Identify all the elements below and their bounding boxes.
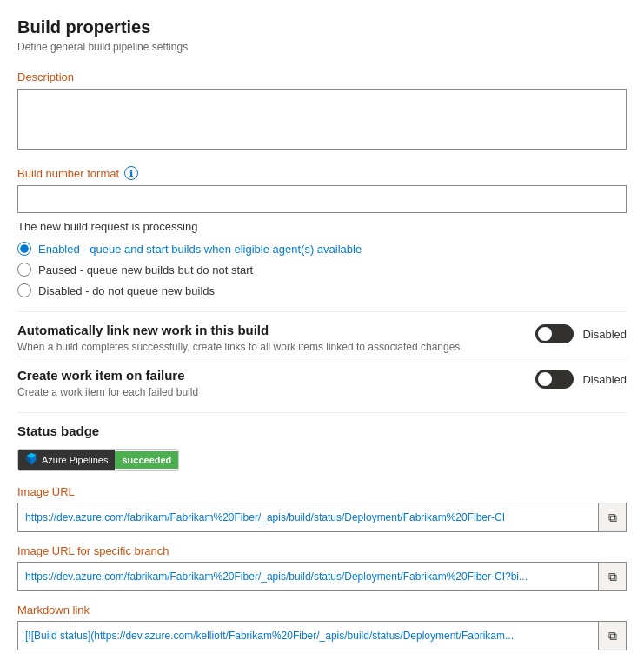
work-item-failure-toggle-area: Disabled bbox=[535, 368, 627, 389]
page-title: Build properties bbox=[17, 17, 627, 37]
badge-right-text: succeeded bbox=[115, 451, 178, 469]
work-item-failure-toggle[interactable] bbox=[535, 370, 574, 389]
badge-preview: Azure Pipelines succeeded bbox=[17, 449, 179, 471]
markdown-link-copy-button[interactable]: ⧉ bbox=[598, 622, 626, 650]
copy-icon-markdown: ⧉ bbox=[608, 629, 617, 643]
queue-options-group: Enabled - queue and start builds when el… bbox=[17, 242, 627, 297]
status-badge-title: Status badge bbox=[17, 423, 627, 438]
work-item-failure-title: Create work item on failure bbox=[17, 368, 518, 383]
radio-disabled-label: Disabled - do not queue new builds bbox=[38, 284, 215, 297]
build-number-format-label: Build number format ℹ bbox=[17, 166, 627, 180]
radio-enabled[interactable]: Enabled - queue and start builds when el… bbox=[17, 242, 627, 256]
image-url-branch-row: Image URL for specific branch ⧉ bbox=[17, 544, 627, 591]
image-url-branch-copy-button[interactable]: ⧉ bbox=[598, 563, 626, 590]
radio-paused[interactable]: Paused - queue new builds but do not sta… bbox=[17, 263, 627, 277]
description-label: Description bbox=[17, 70, 627, 83]
image-url-label: Image URL bbox=[17, 485, 627, 498]
image-url-input[interactable] bbox=[18, 503, 598, 531]
auto-link-toggle-label: Disabled bbox=[582, 328, 627, 341]
page-subtitle: Define general build pipeline settings bbox=[17, 41, 627, 53]
badge-left-text: Azure Pipelines bbox=[42, 455, 108, 465]
auto-link-toggle[interactable] bbox=[535, 324, 574, 343]
auto-link-content: Automatically link new work in this buil… bbox=[17, 323, 535, 353]
build-number-format-input[interactable] bbox=[17, 185, 627, 213]
markdown-link-row: Markdown link ⧉ bbox=[17, 603, 627, 650]
radio-paused-label: Paused - queue new builds but do not sta… bbox=[38, 263, 253, 277]
image-url-wrapper: ⧉ bbox=[17, 503, 627, 532]
copy-icon-branch: ⧉ bbox=[608, 570, 617, 584]
radio-enabled-label: Enabled - queue and start builds when el… bbox=[38, 243, 362, 256]
markdown-link-label: Markdown link bbox=[17, 603, 627, 617]
description-input[interactable] bbox=[17, 89, 627, 150]
badge-left: Azure Pipelines bbox=[18, 450, 115, 470]
auto-link-slider bbox=[535, 324, 574, 343]
work-item-failure-content: Create work item on failure Create a wor… bbox=[17, 368, 535, 398]
markdown-link-input[interactable] bbox=[18, 622, 598, 650]
radio-disabled[interactable]: Disabled - do not queue new builds bbox=[17, 283, 627, 297]
status-badge-section: Status badge Azure Pipelines succeeded I… bbox=[17, 412, 627, 650]
image-url-branch-wrapper: ⧉ bbox=[17, 562, 627, 591]
image-url-copy-button[interactable]: ⧉ bbox=[598, 503, 626, 531]
work-item-failure-toggle-label: Disabled bbox=[582, 373, 627, 386]
copy-icon: ⧉ bbox=[608, 510, 617, 525]
work-item-failure-slider bbox=[535, 370, 574, 389]
work-item-failure-description: Create a work item for each failed build bbox=[17, 386, 518, 398]
auto-link-toggle-area: Disabled bbox=[535, 323, 627, 343]
auto-link-description: When a build completes successfully, cre… bbox=[17, 341, 518, 353]
processing-text: The new build request is processing bbox=[17, 220, 627, 233]
work-item-failure-row: Create work item on failure Create a wor… bbox=[17, 357, 627, 398]
auto-link-title: Automatically link new work in this buil… bbox=[17, 323, 518, 337]
azure-pipelines-icon bbox=[25, 453, 37, 467]
image-url-branch-input[interactable] bbox=[18, 563, 598, 590]
image-url-branch-label: Image URL for specific branch bbox=[17, 544, 627, 557]
auto-link-row: Automatically link new work in this buil… bbox=[17, 311, 627, 353]
markdown-link-wrapper: ⧉ bbox=[17, 621, 627, 650]
image-url-row: Image URL ⧉ bbox=[17, 485, 627, 532]
build-number-format-info-icon[interactable]: ℹ bbox=[124, 166, 138, 180]
